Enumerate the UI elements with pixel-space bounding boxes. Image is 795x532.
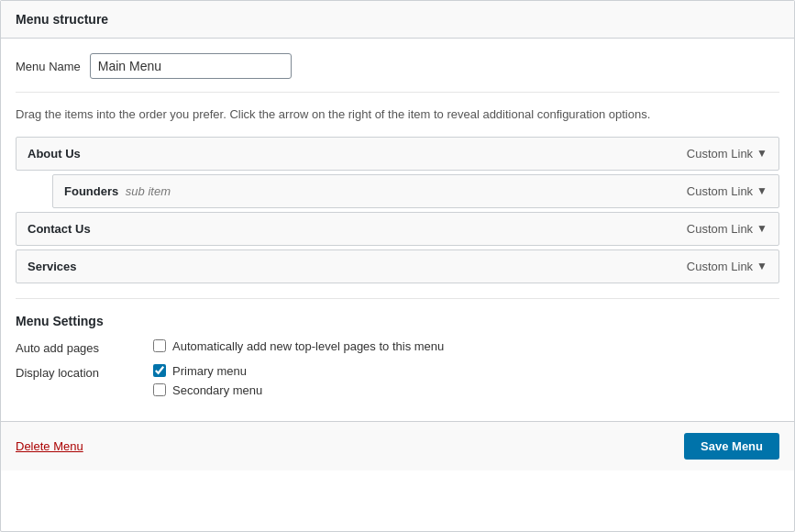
instructions-text: Drag the items into the order you prefer… — [16, 105, 779, 124]
menu-name-row: Menu Name — [16, 53, 779, 93]
auto-add-checkbox[interactable] — [153, 339, 166, 352]
secondary-menu-row: Secondary menu — [153, 383, 262, 397]
settings-heading: Menu Settings — [16, 314, 779, 328]
menu-structure-panel: Menu structure Menu Name Drag the items … — [0, 0, 795, 532]
contact-us-dropdown-icon[interactable]: ▼ — [756, 222, 767, 235]
services-label: Services — [28, 260, 77, 273]
founders-sub-wrapper: Founders sub item Custom Link ▼ — [52, 174, 779, 208]
panel-header: Menu structure — [1, 1, 794, 39]
panel-title: Menu structure — [16, 12, 779, 27]
about-us-type: Custom Link — [687, 147, 753, 161]
menu-item-services: Services Custom Link ▼ — [16, 249, 779, 283]
auto-add-checkbox-row: Automatically add new top-level pages to… — [153, 339, 444, 353]
primary-menu-label: Primary menu — [172, 364, 247, 378]
display-location-label: Display location — [16, 364, 153, 380]
contact-us-right: Custom Link ▼ — [687, 222, 767, 236]
about-us-label: About Us — [28, 147, 81, 161]
founders-sub-label: sub item — [126, 184, 171, 198]
contact-us-label: Contact Us — [28, 222, 91, 236]
menu-item-about-us: About Us Custom Link ▼ — [16, 137, 779, 171]
auto-add-content: Automatically add new top-level pages to… — [153, 339, 444, 353]
founders-right: Custom Link ▼ — [687, 184, 767, 198]
display-location-content: Primary menu Secondary menu — [153, 364, 262, 397]
panel-footer: Delete Menu Save Menu — [1, 421, 794, 471]
about-us-dropdown-icon[interactable]: ▼ — [756, 147, 767, 160]
founders-type: Custom Link — [687, 184, 753, 198]
auto-add-row: Auto add pages Automatically add new top… — [16, 339, 779, 355]
secondary-menu-label: Secondary menu — [172, 383, 262, 397]
panel-body: Menu Name Drag the items into the order … — [1, 39, 794, 421]
secondary-menu-checkbox[interactable] — [153, 383, 166, 396]
primary-menu-row: Primary menu — [153, 364, 262, 378]
menu-items-list: About Us Custom Link ▼ Founders sub item… — [16, 137, 779, 283]
auto-add-label: Auto add pages — [16, 339, 153, 355]
services-dropdown-icon[interactable]: ▼ — [756, 260, 767, 272]
menu-name-label: Menu Name — [16, 60, 81, 73]
founders-label: Founders sub item — [64, 184, 171, 198]
delete-menu-button[interactable]: Delete Menu — [16, 439, 83, 453]
display-location-row: Display location Primary menu Secondary … — [16, 364, 779, 397]
primary-menu-checkbox[interactable] — [153, 364, 166, 377]
menu-settings-section: Menu Settings Auto add pages Automatical… — [16, 314, 779, 397]
contact-us-type: Custom Link — [687, 222, 753, 236]
services-right: Custom Link ▼ — [687, 260, 767, 273]
menu-item-contact-us: Contact Us Custom Link ▼ — [16, 212, 779, 246]
save-menu-button[interactable]: Save Menu — [684, 433, 779, 460]
auto-add-checkbox-label: Automatically add new top-level pages to… — [172, 339, 444, 353]
menu-name-input[interactable] — [90, 53, 292, 79]
services-type: Custom Link — [687, 260, 753, 273]
about-us-right: Custom Link ▼ — [687, 147, 767, 161]
founders-dropdown-icon[interactable]: ▼ — [756, 184, 767, 197]
menu-item-founders: Founders sub item Custom Link ▼ — [52, 174, 779, 208]
section-divider — [16, 298, 779, 299]
